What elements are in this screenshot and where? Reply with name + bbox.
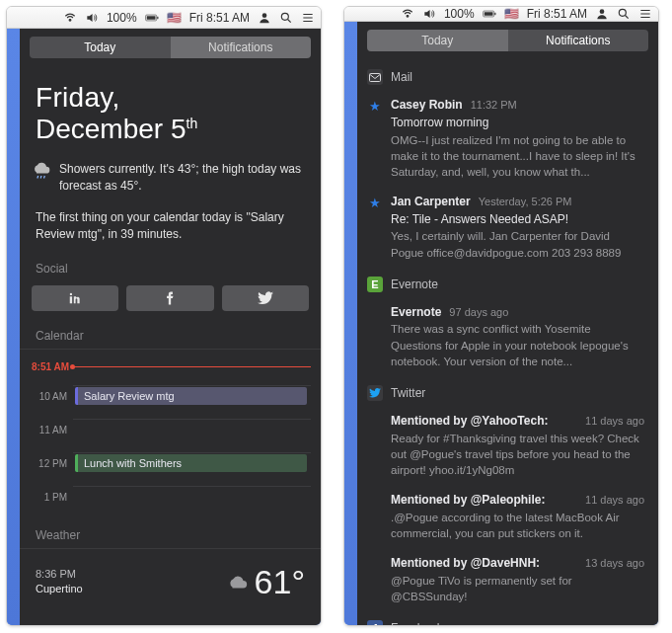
group-app-name: Evernote (391, 277, 438, 291)
date-heading: Friday, December 5th (20, 68, 321, 155)
weather-localtime: 8:36 PM (36, 567, 83, 582)
section-calendar: Calendar (20, 325, 321, 350)
tab-today[interactable]: Today (30, 37, 171, 58)
notification-item[interactable]: Mentioned by @DaveHNH:13 days ago @Pogue… (357, 549, 658, 612)
tab-bar: Today Notifications (20, 29, 321, 68)
tab-notifications[interactable]: Notifications (171, 37, 312, 58)
calendar-event[interactable]: Salary Review mtg (75, 387, 307, 405)
weekday: Friday, (36, 82, 305, 114)
svg-point-8 (407, 15, 409, 17)
evernote-icon: E (367, 277, 383, 292)
input-flag[interactable]: 🇺🇸 (167, 11, 182, 25)
notif-time: 11:32 PM (471, 98, 517, 113)
notification-item[interactable]: Mentioned by @YahooTech:11 days ago Read… (357, 407, 658, 486)
notification-item[interactable]: Evernote97 days ago There was a sync con… (357, 298, 658, 377)
mail-icon (367, 69, 383, 85)
calendar-widget[interactable]: 8:51 AM 10 AM Salary Review mtg 11 AM 12… (20, 356, 321, 518)
rain-icon (32, 161, 51, 196)
notif-preview: @Pogue TiVo is permanently set for @CBSS… (391, 573, 644, 604)
hour-label: 12 PM (30, 452, 73, 469)
notif-time: 11 days ago (585, 414, 644, 429)
tab-bar: Today Notifications (357, 22, 658, 61)
svg-point-0 (69, 19, 71, 21)
battery-icon[interactable] (145, 11, 159, 25)
facebook-icon: f (367, 620, 383, 626)
hour-label: 11 AM (30, 419, 73, 435)
group-header-twitter[interactable]: Twitter (357, 377, 658, 407)
star-icon: ★ (369, 196, 381, 261)
svg-rect-10 (484, 12, 492, 16)
input-flag[interactable]: 🇺🇸 (504, 7, 519, 21)
notif-preview: .@Pogue according to the latest MacBook … (391, 510, 644, 541)
group-app-name: Twitter (391, 386, 425, 400)
spotlight-icon[interactable] (617, 7, 631, 21)
weather-city: Cupertino (36, 582, 83, 596)
section-social: Social (20, 258, 321, 281)
svg-point-5 (281, 13, 288, 20)
menubar: 100% 🇺🇸 Fri 8:51 AM (7, 7, 321, 29)
group-header-mail[interactable]: Mail (357, 61, 658, 91)
wifi-icon[interactable] (63, 11, 77, 25)
weather-summary: Showers currently. It's 43°; the high to… (20, 155, 321, 205)
twitter-button[interactable] (222, 285, 309, 311)
notification-center-icon[interactable] (638, 7, 652, 21)
sound-icon[interactable] (85, 11, 99, 25)
notif-sender: Mentioned by @YahooTech: (391, 413, 549, 430)
notif-time: Yesterday, 5:26 PM (479, 195, 572, 209)
battery-percent: 100% (444, 7, 475, 21)
cloud-icon (227, 574, 249, 590)
menubar-clock[interactable]: Fri 8:51 AM (527, 7, 587, 21)
user-icon[interactable] (258, 11, 271, 25)
notification-item[interactable]: ★ Jan CarpenterYesterday, 5:26 PM Re: Ti… (357, 188, 658, 269)
group-header-evernote[interactable]: E Evernote (357, 269, 658, 298)
now-time: 8:51 AM (30, 361, 73, 372)
wifi-icon[interactable] (401, 7, 414, 21)
facebook-button[interactable] (126, 285, 213, 311)
svg-rect-2 (146, 16, 155, 20)
group-app-name: Facebook (391, 621, 443, 626)
date-ordinal: th (187, 116, 198, 131)
battery-percent: 100% (107, 11, 137, 25)
notification-item[interactable]: ★ Casey Robin11:32 PM Tomorrow morning O… (357, 91, 658, 188)
now-indicator: 8:51 AM (20, 356, 321, 372)
desktop-strip (7, 29, 20, 625)
notification-item[interactable]: Mentioned by @Paleophile:11 days ago .@P… (357, 486, 658, 549)
tab-today[interactable]: Today (367, 30, 508, 51)
hour-label: 10 AM (30, 385, 73, 402)
battery-icon[interactable] (483, 7, 496, 21)
calendar-event[interactable]: Lunch with Smithers (75, 454, 307, 472)
linkedin-button[interactable] (32, 285, 118, 311)
notif-preview: Ready for #Thanksgiving travel this week… (391, 431, 644, 478)
star-icon: ★ (369, 99, 381, 180)
weather-widget[interactable]: 8:36 PM Cupertino 61° (20, 555, 321, 611)
user-icon[interactable] (595, 7, 609, 21)
notifications-list[interactable]: Mail ★ Casey Robin11:32 PM Tomorrow morn… (357, 61, 658, 626)
notif-time: 13 days ago (585, 556, 644, 571)
svg-rect-14 (370, 73, 381, 81)
notif-subject: Re: Tile - Answers Needed ASAP! (391, 211, 644, 228)
section-weather: Weather (20, 524, 321, 549)
weather-text: Showers currently. It's 43°; the high to… (59, 161, 305, 196)
notif-sender: Mentioned by @Paleophile: (391, 492, 545, 509)
desktop-strip (344, 22, 357, 626)
hour-label: 1 PM (30, 486, 73, 503)
svg-rect-3 (157, 16, 158, 18)
twitter-icon (367, 385, 383, 401)
notif-time: 11 days ago (585, 493, 644, 508)
notif-time: 97 days ago (449, 305, 508, 320)
group-header-facebook[interactable]: f Facebook (357, 612, 658, 626)
spotlight-icon[interactable] (279, 11, 293, 25)
svg-point-13 (619, 9, 626, 16)
svg-rect-6 (70, 296, 72, 303)
calendar-next-note: The first thing on your calendar today i… (20, 205, 321, 258)
menubar: 100% 🇺🇸 Fri 8:51 AM (344, 7, 658, 22)
notification-center-icon[interactable] (301, 11, 315, 25)
menubar-clock[interactable]: Fri 8:51 AM (189, 11, 250, 25)
sound-icon[interactable] (422, 7, 436, 21)
group-app-name: Mail (391, 70, 412, 84)
tab-notifications[interactable]: Notifications (508, 30, 649, 51)
date-main: December 5 (36, 114, 187, 144)
notif-sender: Casey Robin (391, 97, 463, 114)
notif-preview: OMG--I just realized I'm not going to be… (391, 132, 644, 180)
notif-subject: Tomorrow morning (391, 115, 644, 131)
